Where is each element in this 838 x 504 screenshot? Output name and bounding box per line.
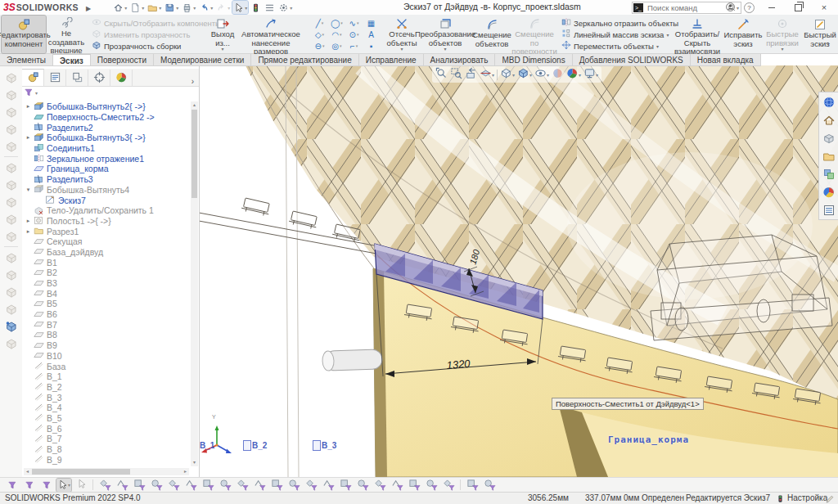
filter-blocks-button[interactable]: [424, 479, 439, 492]
features-rib-button[interactable]: [3, 229, 19, 243]
search-input[interactable]: [646, 2, 727, 13]
boundary-plane-label[interactable]: Граница_корма: [608, 434, 689, 445]
tree-item[interactable]: ▸Разрез1: [24, 226, 190, 236]
filter-dimensions-button[interactable]: [304, 479, 318, 492]
tree-filter-dropdown-icon[interactable]: ▾: [35, 90, 38, 96]
tree-item[interactable]: B9: [24, 340, 190, 351]
help-icon[interactable]: ?: [744, 2, 755, 13]
zoom-to-fit-button[interactable]: [435, 67, 448, 83]
tree-item[interactable]: B_2: [24, 382, 190, 393]
custom-tab-label[interactable]: Настройка: [787, 493, 827, 502]
move-dropdown-icon[interactable]: ▾: [656, 43, 659, 49]
task-view-palette-tab[interactable]: [821, 166, 836, 182]
view-orientation-button[interactable]: ▾: [500, 67, 515, 83]
dropdown-icon[interactable]: ▾: [228, 5, 230, 11]
tree-item[interactable]: B_4: [24, 403, 190, 413]
tree-item[interactable]: База: [24, 361, 190, 371]
scroll-thumb[interactable]: [32, 469, 130, 475]
filter-notes-button[interactable]: [338, 479, 353, 492]
dropdown-icon[interactable]: ▾: [210, 5, 213, 11]
tab-Новая вкладка[interactable]: Новая вкладка: [691, 54, 761, 65]
filter-annotations-button[interactable]: [321, 479, 336, 492]
tree-item[interactable]: Секущая: [24, 236, 190, 247]
features-boundary-button[interactable]: [3, 139, 19, 153]
task-appearances-tab[interactable]: [821, 184, 836, 200]
trim-dropdown-icon[interactable]: ▾: [400, 47, 403, 52]
user-account-icon[interactable]: [725, 2, 736, 14]
tree-item[interactable]: ▸Бобышка-Вытянуть3{ ->}: [24, 133, 190, 143]
filter-planes-button[interactable]: [235, 479, 250, 492]
scroll-up-icon[interactable]: ▴: [191, 101, 198, 109]
clear-all-filters-button[interactable]: [5, 479, 20, 492]
tab-Прямое редактирование[interactable]: Прямое редактирование: [251, 54, 358, 65]
tree-item[interactable]: Тело-Удалить/Сохранить 1: [24, 205, 190, 216]
features-cut-loft-button[interactable]: [3, 212, 19, 226]
dropdown-icon[interactable]: ▾: [290, 5, 292, 11]
view-settings-button[interactable]: ▾: [583, 67, 598, 83]
dropdown-icon[interactable]: ▾: [322, 43, 325, 48]
dropdown-icon[interactable]: ▾: [512, 72, 515, 78]
graphics-area[interactable]: 1320 180 ▾▾▾▾▾▾ Поверхность-Сместить1 от…: [199, 54, 838, 477]
section-view-button[interactable]: ▾: [480, 67, 494, 83]
dropdown-icon[interactable]: ▾: [322, 32, 325, 37]
convert-dropdown-icon[interactable]: ▾: [444, 47, 446, 52]
filter-toggle-button[interactable]: [22, 479, 37, 492]
home-button[interactable]: ▾: [112, 1, 128, 14]
filter-routing-points-button[interactable]: [482, 479, 497, 492]
linear-pattern-button[interactable]: Линейный массив эскиза ▾: [561, 29, 666, 40]
tab-Исправление[interactable]: Исправление: [359, 54, 424, 65]
sketch-tool-point[interactable]: ▪: [363, 40, 380, 52]
features-cut-sweep-button[interactable]: [3, 195, 19, 209]
tab-Эскиз[interactable]: Эскиз: [53, 54, 91, 65]
tree-item[interactable]: B6: [24, 309, 190, 320]
filter-balloons-button[interactable]: [355, 479, 370, 492]
tree-item[interactable]: Эскиз7: [24, 195, 190, 205]
filter-frames-button[interactable]: [183, 479, 198, 492]
dropdown-icon[interactable]: ▾: [492, 72, 494, 78]
quick-sketch-button[interactable]: Быстрый эскиз: [802, 16, 838, 53]
features-loft-button[interactable]: [3, 122, 19, 136]
mirror-entities-button[interactable]: Зеркально отразить объекты: [561, 18, 666, 29]
dropdown-icon[interactable]: ▾: [596, 72, 598, 78]
dropdown-icon[interactable]: ▾: [124, 5, 127, 11]
dropdown-icon[interactable]: ▾: [529, 72, 532, 78]
plane-label-b1[interactable]: B_1: [199, 440, 214, 451]
plane-label-b2[interactable]: B_2: [243, 440, 267, 451]
tree-item[interactable]: B8: [24, 330, 190, 340]
tree-item[interactable]: B5: [24, 299, 190, 309]
rebuild-button[interactable]: [250, 1, 262, 14]
new-document-button[interactable]: ▾: [129, 1, 145, 14]
tree-item[interactable]: B_5: [24, 413, 190, 424]
restore-button[interactable]: [789, 1, 807, 14]
tree-horizontal-scrollbar[interactable]: ◂ ▸: [24, 468, 189, 475]
sketch-tool-rectangle[interactable]: ▦: [363, 17, 380, 29]
dropdown-icon[interactable]: ▾: [340, 43, 342, 48]
expand-expanded-icon[interactable]: ▾: [24, 187, 33, 193]
tree-item[interactable]: База_дэйдвуд: [24, 247, 190, 258]
tab-dimxpert-manager[interactable]: [88, 70, 110, 86]
tree-item[interactable]: ▾Бобышка-Вытянуть4: [24, 185, 190, 196]
close-button[interactable]: ×: [815, 1, 833, 14]
tab-Поверхности[interactable]: Поверхности: [91, 54, 154, 65]
redo-button[interactable]: ▾: [215, 1, 231, 14]
features-shell-button[interactable]: [3, 250, 19, 264]
instant3d-button[interactable]: [3, 319, 19, 333]
dropdown-icon[interactable]: ▾: [547, 72, 549, 78]
apply-scene-button[interactable]: ▾: [566, 67, 581, 83]
dropdown-icon[interactable]: ▾: [159, 5, 161, 11]
settings-button[interactable]: ▾: [277, 1, 293, 14]
features-fillet-button[interactable]: [3, 70, 19, 84]
task-custom-properties-tab[interactable]: [821, 202, 836, 218]
filter-edges-button[interactable]: [115, 479, 129, 492]
filter-weld-symbols-button[interactable]: [372, 479, 387, 492]
assembly-transparency-button[interactable]: Прозрачность сборки: [92, 41, 205, 52]
no-external-refs-button[interactable]: Не создавать внешние ссылки: [46, 16, 87, 53]
print-button[interactable]: ▾: [181, 1, 196, 14]
tree-item[interactable]: B_3: [24, 392, 190, 403]
tree-item[interactable]: Поверхность-Сместить2 ->: [24, 112, 190, 123]
sketch-tool-spline[interactable]: ∿▾: [345, 17, 363, 29]
expand-collapsed-icon[interactable]: ▸: [24, 134, 33, 141]
lasso-select-button[interactable]: [74, 479, 88, 492]
dropdown-icon[interactable]: ▾: [340, 32, 342, 37]
filter-sketch-segments-button[interactable]: [269, 479, 284, 492]
